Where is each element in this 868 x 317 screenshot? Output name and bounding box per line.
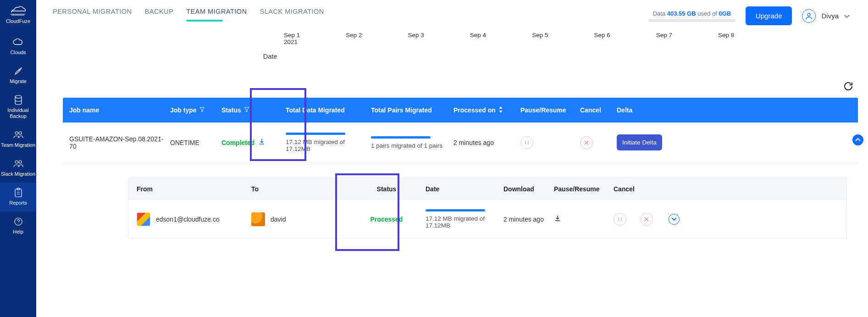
cell-pause [520, 136, 580, 149]
axis-label: Date [247, 53, 293, 60]
tab-team-migration[interactable]: TEAM MIGRATION [186, 8, 247, 24]
tab-backup[interactable]: BACKUP [145, 8, 174, 24]
cell-expand [669, 214, 701, 225]
progress-bar [286, 133, 345, 135]
cell-delta: Initiate Delta [617, 134, 681, 150]
svg-point-9 [807, 13, 810, 16]
sidebar-item-help[interactable]: Help [0, 211, 36, 240]
cancel-button[interactable] [580, 136, 593, 149]
th-cancel: Cancel [580, 106, 617, 114]
cancel-button[interactable] [640, 213, 653, 226]
top-tabs: PERSONAL MIGRATION BACKUP TEAM MIGRATION… [53, 8, 324, 24]
svg-point-3 [19, 132, 22, 134]
clipboard-icon [12, 187, 24, 198]
usage-bar [648, 19, 735, 22]
main-panel: PERSONAL MIGRATION BACKUP TEAM MIGRATION… [36, 0, 868, 317]
database-icon [12, 95, 24, 106]
pause-button[interactable] [520, 136, 533, 149]
cloudfuze-logo-icon [10, 6, 26, 17]
progress-bar [371, 136, 431, 139]
timeline-date: Sep 8 [718, 32, 734, 45]
sidebar-item-individual-backup[interactable]: Individual Backup [0, 90, 36, 125]
th-status[interactable]: Status [221, 106, 286, 114]
filter-icon [199, 106, 205, 114]
table-row: GSUITE-AMAZON-Sep.08.2021-70 ONETIME Com… [63, 122, 858, 163]
amazon-s3-icon [251, 212, 265, 226]
sidebar-item-label: Team Migration [1, 142, 35, 148]
tab-slack-migration[interactable]: SLACK MIGRATION [260, 8, 324, 24]
sort-icon [498, 106, 503, 114]
gsuite-icon [137, 212, 150, 226]
sub-table-row: edson1@cloudfuze.co david Processed 17.1… [128, 200, 846, 238]
svg-point-2 [15, 132, 18, 134]
usage-text: Data 403.55 GB used of 0GB [653, 10, 731, 17]
download-icon[interactable] [258, 138, 265, 147]
pause-button[interactable] [614, 213, 626, 226]
cell-pairs-migrated: 1 pairs migrated of 1 pairs [371, 136, 453, 149]
svg-point-4 [15, 161, 18, 163]
sidebar-item-label: Slack Migration [1, 171, 35, 177]
timeline-date: Sep 7 [656, 32, 672, 45]
sidebar-item-label: Individual Backup [0, 107, 36, 119]
timeline-date: Sep 3 [408, 32, 424, 45]
cloud-icon [12, 37, 24, 48]
th-total-data: Total Data Migrated [286, 106, 371, 114]
svg-point-5 [19, 161, 22, 163]
expand-sub-row-button[interactable] [669, 214, 680, 225]
timeline-date: Sep 4 [470, 32, 486, 45]
svg-point-0 [18, 70, 20, 71]
th-processed-on[interactable]: Processed on [453, 106, 520, 114]
sub-table-header: From To Status Date Download Pause/Resum… [128, 178, 846, 200]
users-icon [12, 158, 24, 169]
sub-th-download: Download [503, 185, 554, 193]
upgrade-button[interactable]: Upgrade [746, 6, 792, 25]
user-menu[interactable]: Divya [802, 9, 850, 23]
cell-download-time: 2 minutes ago [503, 216, 554, 223]
sidebar-item-label: Clouds [10, 50, 26, 56]
user-name: Divya [821, 12, 839, 20]
sidebar-item-team-migration[interactable]: Team Migration [0, 125, 36, 154]
th-job-type[interactable]: Job type [170, 106, 221, 114]
sidebar-item-clouds[interactable]: Clouds [0, 32, 36, 61]
help-icon [12, 216, 24, 227]
timeline-date: Sep 5 [532, 32, 548, 45]
cell-download-icon [554, 215, 614, 223]
timeline: Sep 1 2021 Sep 2 Sep 3 Sep 4 Sep 5 Sep 6… [36, 32, 868, 45]
sidebar-item-migrate[interactable]: Migrate [0, 61, 36, 90]
tab-personal-migration[interactable]: PERSONAL MIGRATION [53, 8, 132, 24]
app-logo: CloudFuze [6, 6, 30, 24]
cell-pause-cancel [614, 213, 669, 226]
cell-from: edson1@cloudfuze.co [137, 212, 251, 226]
header-right: Data 403.55 GB used of 0GB Upgrade Divya [648, 6, 854, 25]
cell-status: Completed [221, 138, 286, 147]
timeline-date: Sep 6 [594, 32, 610, 45]
cell-data-migrated: 17.12 MB migrated of 17.12MB [286, 133, 371, 152]
sub-th-cancel: Cancel [614, 185, 669, 193]
app-name: CloudFuze [6, 18, 30, 24]
sub-th-status: Status [348, 185, 426, 193]
sidebar-item-reports[interactable]: Reports [0, 183, 36, 211]
refresh-icon[interactable] [843, 81, 853, 93]
download-icon[interactable] [554, 216, 561, 223]
sidebar-item-label: Reports [9, 200, 27, 206]
chevron-down-icon [844, 12, 850, 20]
rocket-icon [12, 66, 24, 77]
progress-bar [426, 209, 485, 211]
sub-th-from: From [137, 185, 251, 193]
cell-job-type: ONETIME [170, 139, 221, 146]
svg-point-8 [15, 218, 22, 225]
sidebar-item-slack-migration[interactable]: Slack Migration [0, 154, 36, 183]
cell-to: david [251, 212, 348, 226]
sidebar-item-label: Migrate [10, 78, 27, 84]
timeline-date: Sep 2 [346, 32, 362, 45]
expand-row-button[interactable] [852, 134, 863, 145]
initiate-delta-button[interactable]: Initiate Delta [617, 134, 662, 150]
users-icon [12, 129, 24, 140]
sub-th-date: Date [426, 185, 503, 193]
cell-cancel [580, 136, 617, 149]
jobs-table: Job name Job type Status Total Data Migr… [63, 98, 858, 239]
th-delta: Delta [617, 106, 681, 114]
sidebar-item-label: Help [13, 229, 23, 235]
sub-table: From To Status Date Download Pause/Resum… [128, 178, 847, 239]
sidebar: CloudFuze Clouds Migrate Individual Back… [0, 0, 36, 317]
